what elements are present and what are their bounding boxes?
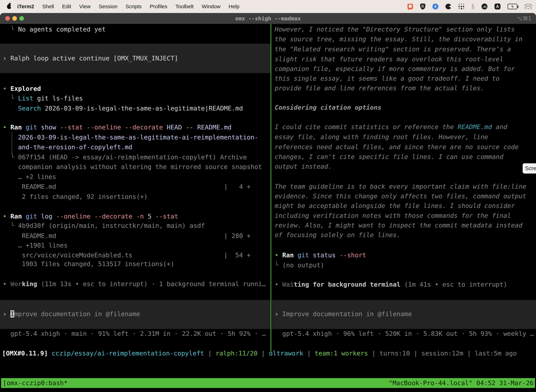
terminal-line: 2 files changed, 92 insertions(+) [3,192,148,201]
tmux-status-bar[interactable]: [omx-cczip0:bash* "MacBook-Pro-44.local"… [1,378,535,388]
terminal-line: The team guideline is to back every impo… [275,182,526,191]
terminal-line: › Ralph loop active continue [OMX_TMUX_I… [3,54,178,63]
tmux-session-name[interactable]: [omx-cczip0:bash* [3,378,67,388]
terminal-line: 2026-03-09-is-legal-the-same-as-legitima… [3,133,258,142]
badge-61-icon[interactable]: ..61 [482,4,488,9]
terminal-line: … +2 lines [3,172,56,182]
menu-item-shell[interactable]: Shell [42,4,54,9]
menu-item-profiles[interactable]: Profiles [150,4,167,9]
apple-menu-icon[interactable] [7,4,11,9]
terminal-line: However, I noticed the "Directory Struct… [275,25,515,34]
battery-icon[interactable]: ϟ [507,4,517,9]
terminal-line: › Improve documentation in @filename [3,309,140,319]
terminal-line: • Waiting for background terminal (1m 41… [275,280,507,289]
letter-a-app-icon[interactable]: A [494,4,500,9]
terminal-line: 1903 files changed, 513517 insertions(+) [3,259,174,269]
terminal-line: essay file, along with finding root file… [275,132,488,142]
terminal-line: the "Related research writing" section i… [275,44,511,54]
menu-item-scripts[interactable]: Scripts [125,4,142,9]
terminal-line: └ (no output) [275,261,324,270]
terminal-line: companion file, especially if more comme… [275,64,515,74]
window-title-bar[interactable]: omx --xhigh --madmax ⌥⌘1 [0,13,536,24]
screen-edge-tooltip: Scre [523,163,536,173]
terminal-line: › Improve documentation in @filename [275,309,412,319]
terminal-line: of focusing solely on file lines. [275,230,400,240]
terminal-line: • Working (11m 13s • esc to interrupt) ·… [3,279,266,289]
terminal-line: • Ran git log --oneline --decorate -n 5 … [3,212,178,221]
macos-menu-bar: iTerm2 Shell Edit View Session Scripts P… [0,0,536,13]
hook-app-icon[interactable]: § [471,4,474,9]
terminal-line: output instead. [275,162,332,171]
wifi-icon[interactable] [524,4,532,9]
terminal-line: might be acceptable alongside the file l… [275,201,515,210]
terminal-line: this single essay, it seems like a good … [275,74,500,83]
terminal-line: README.md | 4 + [3,182,251,191]
shield-app-icon[interactable] [420,4,425,9]
pane-divider[interactable] [270,24,271,353]
tmux-host-and-clock: "MacBook-Pro-44.local" 04:52 31-Mar-26 [389,378,534,388]
terminal-line: README.md | 280 + [3,231,251,241]
menu-item-session[interactable]: Session [99,4,117,9]
terminal-line: • Ran git status --short [275,250,366,260]
terminal-line: Considering citation options [275,103,381,112]
pie-app-icon[interactable] [445,4,451,9]
terminal-line: review. Also, I might want to inspect th… [275,221,522,230]
terminal-line: [OMX#0.11.9] cczip/essay/ai-reimplementa… [2,349,517,358]
menu-item-toolbelt[interactable]: Toolbelt [176,4,194,9]
menu-item-help[interactable]: Help [229,4,239,9]
menu-item-edit[interactable]: Edit [62,4,71,9]
terminal-line: including verification notes with those … [275,211,511,220]
terminal-line: • Explored [3,84,41,93]
bolt-app-icon[interactable] [432,4,438,9]
terminal-line: changes, I can't cite specific file line… [275,152,503,162]
terminal-line: companion analysis without altering the … [3,162,262,172]
terminal-line: └ 067f154 (HEAD -> essay/ai-reimplementa… [3,152,247,162]
menu-item-view[interactable]: View [79,4,91,9]
menu-item-iterm2[interactable]: iTerm2 [17,4,34,9]
terminal-line: • Ran git show --stat --oneline --decora… [3,123,232,132]
terminal-line: └ 4b9d30f (origin/main, instructkr/main,… [3,221,205,230]
menu-bar-status-area: § ..61 A ϟ [407,0,532,13]
chat-app-icon[interactable] [407,4,413,9]
terminal-line: gpt-5.4 xhigh · main · 91% left · 2.31M … [3,329,266,338]
terminal-line: the source tree, missing the essay. Stil… [275,34,522,44]
terminal-line: gpt-5.4 xhigh · 96% left · 520K in · 5.8… [275,329,534,338]
terminal-line: and-the-erosion-of-copyleft.md [3,142,132,152]
terminal-line: └ No agents completed yet [3,25,106,34]
terminal-line: references need actual files, and since … [275,142,519,152]
menu-item-window[interactable]: Window [202,4,220,9]
left-terminal-pane[interactable]: └ No agents completed yet› Ralph loop ac… [0,24,270,353]
dots-grid-icon[interactable] [459,4,464,9]
terminal-line: Search 2026-03-09-is-legal-the-same-as-l… [3,104,243,113]
terminal-line: provide file and line references from th… [275,84,484,93]
window-title: omx --xhigh --madmax [0,13,536,24]
terminal-line: slight risk that future readers may over… [275,54,503,64]
terminal-line: src/voice/voiceModeEnabled.ts | 54 + [3,250,251,260]
terminal-line: evidence. Since this change only affects… [275,191,526,201]
window-shortcut-badge: ⌥⌘1 [517,13,531,24]
right-terminal-pane[interactable]: However, I noticed the "Directory Struct… [272,24,536,353]
terminal-line: … +1901 lines [3,241,67,250]
terminal-line: └ List git ls-files [3,93,83,103]
terminal-line: I could cite commit statistics or refere… [275,122,507,132]
